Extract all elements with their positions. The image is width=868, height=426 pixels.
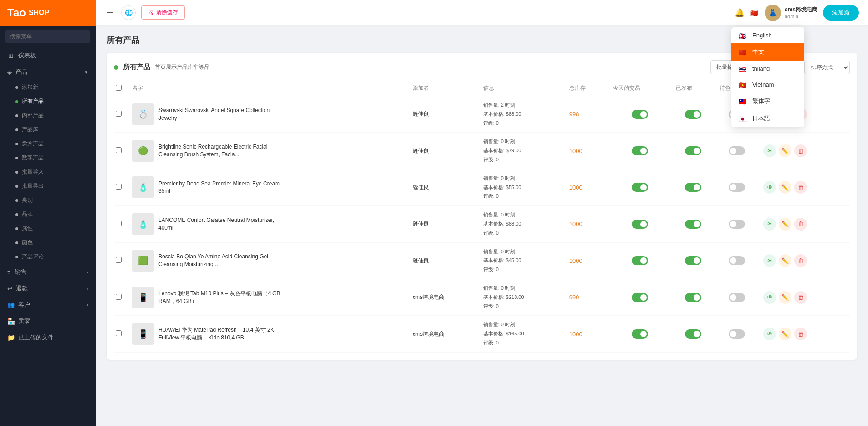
lang-option-vietnam[interactable]: 🇻🇳 Vietnam (731, 77, 804, 92)
dot-reviews (15, 256, 18, 258)
current-flag-icon[interactable]: 🇨🇳 (750, 10, 759, 16)
bell-icon[interactable]: 🔔 (735, 8, 745, 18)
sidebar-sub-internal-products[interactable]: 内部产品 (5, 108, 96, 123)
sidebar-sub-seller-products[interactable]: 卖方产品 (5, 137, 96, 151)
sidebar-item-dashboard[interactable]: ⊞ 仪表板 (0, 47, 96, 64)
view-button-1[interactable]: 👁 (763, 144, 776, 157)
sidebar-sub-brands[interactable]: 品牌 (5, 207, 96, 221)
today-toggle-slider-1 (632, 146, 648, 155)
product-image-4: 🟩 (132, 250, 154, 272)
sort-select[interactable]: 排序方式 (804, 61, 850, 74)
table-header-left: 所有产品 首页展示产品库车等品 (114, 63, 209, 72)
row-checkbox-4[interactable] (116, 257, 122, 263)
user-avatar-area[interactable]: 👗 cms跨境电商 admin (765, 5, 817, 21)
sidebar-sub-add-new[interactable]: 添加新 (5, 80, 96, 94)
delete-button-3[interactable]: 🗑 (794, 218, 807, 231)
today-toggle-4[interactable] (632, 256, 648, 265)
published-toggle-4[interactable] (685, 256, 701, 265)
sidebar-item-sellers[interactable]: 🏪 卖家 (0, 313, 96, 329)
add-new-button[interactable]: 添加新 (823, 5, 859, 21)
today-toggle-6[interactable] (632, 329, 648, 339)
today-toggle-3[interactable] (632, 220, 648, 229)
featured-toggle-5[interactable] (729, 293, 745, 302)
select-all-checkbox[interactable] (116, 85, 122, 91)
today-toggle-1[interactable] (632, 146, 648, 155)
menu-toggle-button[interactable]: ☰ (105, 6, 116, 20)
sidebar-item-products[interactable]: ◈ 产品 ▼ (0, 64, 96, 80)
info-4: 销售量: 0 时刻 基本价格: $45.00 评级: 0 (483, 247, 560, 274)
featured-toggle-1[interactable] (729, 146, 745, 155)
edit-button-5[interactable]: ✏️ (779, 291, 791, 304)
sidebar-sub-bulk-export[interactable]: 批量导出 (5, 179, 96, 193)
row-checkbox-0[interactable] (116, 111, 122, 117)
published-toggle-1[interactable] (685, 146, 701, 155)
topbar: ☰ 🌐 🖨 清除缓存 🔔 🇨🇳 👗 cms跨境电商 admin (96, 0, 868, 26)
sellers-icon: 🏪 (7, 318, 15, 325)
edit-button-2[interactable]: ✏️ (779, 181, 791, 194)
view-button-6[interactable]: 👁 (763, 328, 776, 340)
edit-button-4[interactable]: ✏️ (779, 254, 791, 267)
delete-button-4[interactable]: 🗑 (794, 254, 807, 267)
sidebar-item-refunds[interactable]: ↩ 退款 › (0, 280, 96, 297)
published-toggle-5[interactable] (685, 293, 701, 302)
delete-button-5[interactable]: 🗑 (794, 291, 807, 304)
published-cell-2 (671, 169, 715, 205)
edit-button-6[interactable]: ✏️ (779, 328, 791, 340)
sidebar-sub-digital-products[interactable]: 数字产品 (5, 151, 96, 165)
sidebar-sub-categories[interactable]: 类别 (5, 193, 96, 207)
lang-option-traditional-chinese[interactable]: 🇹🇼 繁体字 (731, 92, 804, 110)
featured-toggle-4[interactable] (729, 256, 745, 265)
published-toggle-0[interactable] (685, 110, 701, 119)
globe-button[interactable]: 🌐 (121, 5, 136, 20)
published-toggle-6[interactable] (685, 329, 701, 339)
view-button-3[interactable]: 👁 (763, 218, 776, 231)
row-checkbox-5[interactable] (116, 294, 122, 300)
sidebar-item-sales[interactable]: ≡ 销售 › (0, 264, 96, 280)
edit-button-3[interactable]: ✏️ (779, 218, 791, 231)
today-toggle-0[interactable] (632, 110, 648, 119)
delete-button-6[interactable]: 🗑 (794, 328, 807, 340)
featured-toggle-3[interactable] (729, 220, 745, 229)
row-checkbox-cell (114, 206, 128, 242)
edit-button-1[interactable]: ✏️ (779, 144, 791, 157)
seller-name-5: cms跨境电商 (413, 294, 444, 300)
info-rating-6: 评级: 0 (483, 339, 560, 348)
row-checkbox-2[interactable] (116, 184, 122, 190)
featured-cell-6 (715, 316, 759, 352)
lang-option-chinese[interactable]: 🇨🇳 中文 (731, 43, 804, 61)
sidebar-sub-bulk-import[interactable]: 批量导入 (5, 165, 96, 179)
row-checkbox-1[interactable] (116, 147, 122, 153)
flag-english: 🇬🇧 (739, 32, 748, 39)
row-checkbox-cell (114, 316, 128, 352)
clear-cache-button[interactable]: 🖨 清除缓存 (141, 5, 185, 20)
view-button-2[interactable]: 👁 (763, 181, 776, 194)
sidebar-sub-colors[interactable]: 颜色 (5, 236, 96, 250)
featured-cell-4 (715, 242, 759, 279)
delete-button-2[interactable]: 🗑 (794, 181, 807, 194)
sidebar-item-customers[interactable]: 👥 客户 › (0, 297, 96, 313)
today-toggle-5[interactable] (632, 293, 648, 302)
sidebar-item-uploaded-files[interactable]: 📁 已上传的文件 (0, 329, 96, 346)
row-checkbox-3[interactable] (116, 221, 122, 226)
featured-toggle-2[interactable] (729, 183, 745, 192)
sidebar-sub-product-library[interactable]: 产品库 (5, 123, 96, 137)
delete-button-1[interactable]: 🗑 (794, 144, 807, 157)
featured-toggle-6[interactable] (729, 329, 745, 339)
lang-option-english[interactable]: 🇬🇧 English (731, 27, 804, 43)
product-name-6: HUAWEI 华为 MatePad Refresh – 10.4 英寸 2K F… (158, 326, 286, 342)
lang-option-japanese[interactable]: 🇯🇵 日本語 (731, 110, 804, 127)
stock-cell-3: 1000 (565, 206, 608, 242)
published-toggle-2[interactable] (685, 183, 701, 192)
row-checkbox-6[interactable] (116, 330, 122, 336)
today-toggle-2[interactable] (632, 183, 648, 192)
product-seller-cell-3: 缝佳良 (408, 206, 479, 242)
sidebar-sub-reviews[interactable]: 产品评论 (5, 250, 96, 264)
search-input[interactable] (5, 30, 90, 43)
view-button-5[interactable]: 👁 (763, 291, 776, 304)
sidebar-sub-all-products[interactable]: 所有产品 (5, 94, 96, 108)
view-button-4[interactable]: 👁 (763, 254, 776, 267)
lang-option-thiland[interactable]: 🇹🇭 thiland (731, 61, 804, 77)
product-info-cell-3: 销售量: 0 时刻 基本价格: $88.00 评级: 0 (479, 206, 565, 242)
sidebar-sub-attributes[interactable]: 属性 (5, 221, 96, 236)
published-toggle-3[interactable] (685, 220, 701, 229)
